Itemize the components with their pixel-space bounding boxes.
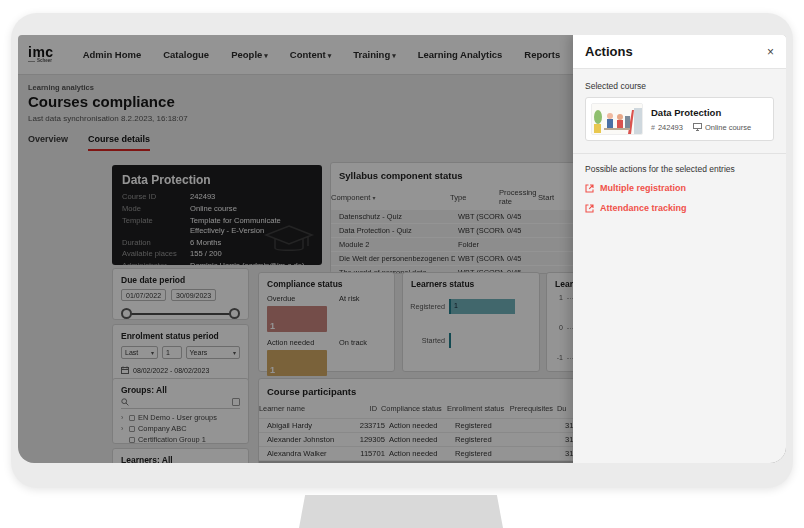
chevron-down-icon: ▾ xyxy=(328,52,332,59)
field-label: Administrator xyxy=(122,261,184,265)
field-label: Available places xyxy=(122,249,184,259)
selected-course-id: 242493 xyxy=(658,123,683,132)
kpi-box-on-track[interactable] xyxy=(339,350,399,376)
col-prerequisites[interactable]: Prerequisites xyxy=(509,404,553,413)
search-icon xyxy=(121,398,129,406)
field-label: Course ID xyxy=(122,192,184,202)
tab-course-details[interactable]: Course details xyxy=(88,134,150,151)
field-label: Duration xyxy=(122,238,184,248)
col-type[interactable]: Type xyxy=(450,193,496,202)
course-thumbnail xyxy=(591,103,643,135)
screen: imc Scheer Admin Home Catalogue People▾ … xyxy=(18,35,786,463)
bar-started[interactable] xyxy=(449,333,451,348)
course-info-card: Data Protection Course ID242493 ModeOnli… xyxy=(112,165,322,265)
slider-handle-left[interactable] xyxy=(121,308,132,319)
external-link-icon xyxy=(585,184,594,193)
nav-catalogue[interactable]: Catalogue xyxy=(163,49,209,60)
online-course-icon xyxy=(693,123,702,131)
nav-admin-home[interactable]: Admin Home xyxy=(83,49,142,60)
actions-panel: Actions × Selected course xyxy=(573,35,786,463)
tab-overview[interactable]: Overview xyxy=(28,134,68,151)
nav-learning-analytics[interactable]: Learning Analytics xyxy=(418,49,503,60)
due-date-filter-panel: Due date period 01/07/2022 30/09/2023 xyxy=(112,268,249,320)
y-tick: 0 xyxy=(551,324,563,331)
course-card-title: Data Protection xyxy=(122,173,312,187)
field-label: Mode xyxy=(122,204,184,214)
col-processing-rate[interactable]: Processing rate xyxy=(499,188,535,206)
due-to-input[interactable]: 30/09/2023 xyxy=(171,289,216,301)
groups-title: Groups: All xyxy=(121,385,240,395)
tab-bar: Overview Course details xyxy=(28,134,150,151)
group-tree-item[interactable]: ›Company ABC xyxy=(121,423,240,434)
possible-actions-label: Possible actions for the selected entrie… xyxy=(585,164,774,174)
groups-filter-panel: Groups: All ›EN Demo - User groups ›Comp… xyxy=(112,378,249,444)
learners-status-panel: Learners status Registered 1 Started xyxy=(402,272,540,372)
selected-course-type: Online course xyxy=(705,123,751,132)
tree-caret-icon[interactable]: › xyxy=(121,414,126,421)
kpi-label-at-risk: At risk xyxy=(339,294,394,303)
nav-people[interactable]: People▾ xyxy=(231,49,268,60)
field-value: Online course xyxy=(190,204,312,214)
group-tree-item[interactable]: ›EN Demo - User groups xyxy=(121,412,240,423)
action-multiple-registration[interactable]: Multiple registration xyxy=(585,183,774,193)
col-start[interactable]: Start xyxy=(538,193,578,202)
external-link-icon xyxy=(585,204,594,213)
graduation-cap-icon xyxy=(262,223,316,261)
due-from-input[interactable]: 01/07/2022 xyxy=(121,289,166,301)
nav-training[interactable]: Training▾ xyxy=(353,49,395,60)
nav-reports[interactable]: Reports xyxy=(524,49,560,60)
logo-subtext: Scheer xyxy=(37,59,52,64)
bar-registered[interactable]: 1 xyxy=(449,299,515,314)
bar-value: 1 xyxy=(454,302,458,309)
chevron-down-icon: ▾ xyxy=(264,52,268,59)
col-learner-name[interactable]: Learner name xyxy=(259,404,339,413)
unit-select[interactable]: Years▾ xyxy=(186,346,240,359)
imc-logo[interactable]: imc Scheer xyxy=(28,45,54,64)
col-compliance[interactable]: Compliance status xyxy=(381,404,443,413)
id-icon: # xyxy=(651,124,655,131)
checkbox[interactable] xyxy=(129,415,135,421)
field-value: 242493 xyxy=(190,192,312,202)
learners-status-title: Learners status xyxy=(411,279,531,289)
page-title: Courses compliance xyxy=(28,93,175,110)
col-id[interactable]: ID xyxy=(343,404,377,413)
close-icon[interactable]: × xyxy=(767,46,774,58)
group-tree-item[interactable]: Certification Group 1 xyxy=(121,434,240,444)
nav-content[interactable]: Content▾ xyxy=(290,49,331,60)
kpi-box-overdue[interactable]: 1 xyxy=(267,306,327,332)
kpi-label-on-track: On track xyxy=(339,338,394,347)
kpi-value: 1 xyxy=(270,365,275,375)
col-enrollment[interactable]: Enrollment status xyxy=(447,404,505,413)
kpi-value: 1 xyxy=(270,321,275,331)
mode-select[interactable]: Last▾ xyxy=(121,346,158,359)
groups-search-input[interactable] xyxy=(121,398,240,409)
selected-course-title: Data Protection xyxy=(651,107,751,118)
date-range-slider xyxy=(121,308,240,320)
compliance-title: Compliance status xyxy=(267,279,386,289)
expand-icon[interactable] xyxy=(232,398,240,406)
monitor-stand xyxy=(299,495,503,528)
kpi-label-action-needed: Action needed xyxy=(267,338,329,347)
kpi-label-overdue: Overdue xyxy=(267,294,329,303)
action-attendance-tracking[interactable]: Attendance tracking xyxy=(585,203,774,213)
checkbox[interactable] xyxy=(129,437,135,443)
filter-icon: ▾ xyxy=(372,195,375,201)
y-tick: -1 xyxy=(551,354,563,361)
count-input[interactable]: 1 xyxy=(162,346,182,359)
slider-handle-right[interactable] xyxy=(229,308,240,319)
actions-title: Actions xyxy=(585,44,633,59)
slider-track xyxy=(126,313,235,315)
due-date-title: Due date period xyxy=(121,275,240,285)
calendar-icon xyxy=(121,366,129,374)
kpi-box-action-needed[interactable]: 1 xyxy=(267,350,327,376)
selected-course-card[interactable]: Data Protection #242493 Online course xyxy=(585,97,774,141)
tree-caret-icon[interactable]: › xyxy=(121,425,126,432)
col-component[interactable]: Component ▾ xyxy=(331,193,447,202)
learners-filter-title: Learners: All xyxy=(121,455,240,463)
compliance-status-panel: Compliance status Overdue 1 At risk Acti… xyxy=(258,272,395,372)
kpi-box-at-risk[interactable] xyxy=(339,306,399,332)
logo-text: imc xyxy=(28,45,54,59)
checkbox[interactable] xyxy=(129,426,135,432)
chevron-down-icon: ▾ xyxy=(233,349,236,356)
breadcrumb[interactable]: Learning analytics xyxy=(28,83,94,92)
